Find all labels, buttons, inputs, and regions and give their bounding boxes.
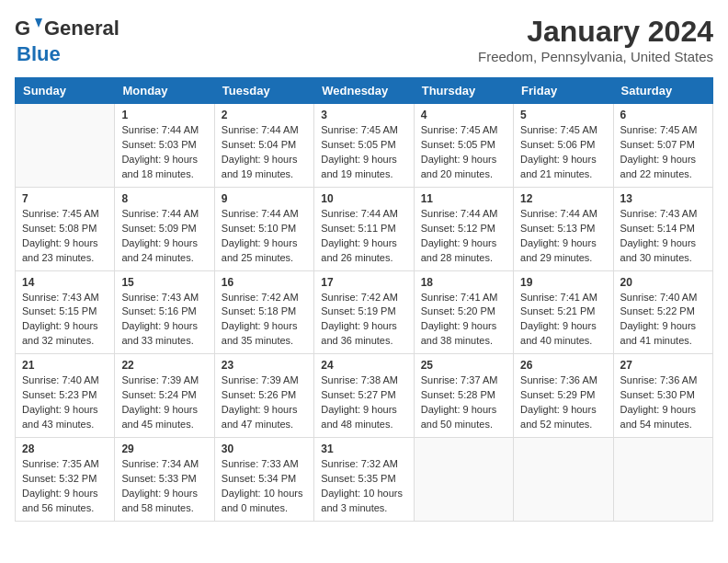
weekday-header: Monday: [115, 78, 214, 104]
calendar-cell: 13Sunrise: 7:43 AM Sunset: 5:14 PM Dayli…: [613, 187, 712, 270]
calendar-cell: 29Sunrise: 7:34 AM Sunset: 5:33 PM Dayli…: [115, 438, 214, 522]
day-info: Sunrise: 7:36 AM Sunset: 5:30 PM Dayligh…: [620, 373, 706, 432]
month-title: January 2024: [478, 15, 713, 49]
calendar-cell: 7Sunrise: 7:45 AM Sunset: 5:08 PM Daylig…: [16, 187, 115, 270]
day-info: Sunrise: 7:39 AM Sunset: 5:26 PM Dayligh…: [222, 373, 307, 432]
day-info: Sunrise: 7:43 AM Sunset: 5:16 PM Dayligh…: [121, 291, 207, 350]
calendar-cell: 20Sunrise: 7:40 AM Sunset: 5:22 PM Dayli…: [613, 270, 712, 354]
day-info: Sunrise: 7:33 AM Sunset: 5:34 PM Dayligh…: [222, 457, 307, 516]
calendar-week-row: 21Sunrise: 7:40 AM Sunset: 5:23 PM Dayli…: [16, 354, 713, 438]
day-number: 24: [321, 359, 406, 372]
calendar-cell: 16Sunrise: 7:42 AM Sunset: 5:18 PM Dayli…: [214, 270, 313, 354]
day-number: 31: [321, 442, 406, 455]
day-number: 29: [121, 442, 207, 455]
day-info: Sunrise: 7:40 AM Sunset: 5:22 PM Dayligh…: [620, 291, 706, 350]
day-info: Sunrise: 7:37 AM Sunset: 5:28 PM Dayligh…: [421, 373, 506, 432]
weekday-header: Sunday: [16, 78, 115, 104]
calendar-week-row: 7Sunrise: 7:45 AM Sunset: 5:08 PM Daylig…: [16, 187, 713, 270]
calendar-cell: 30Sunrise: 7:33 AM Sunset: 5:34 PM Dayli…: [214, 438, 313, 522]
day-info: Sunrise: 7:32 AM Sunset: 5:35 PM Dayligh…: [321, 457, 406, 516]
calendar-week-row: 14Sunrise: 7:43 AM Sunset: 5:15 PM Dayli…: [16, 270, 713, 354]
day-info: Sunrise: 7:35 AM Sunset: 5:32 PM Dayligh…: [22, 457, 108, 516]
svg-text:G: G: [15, 17, 30, 40]
day-info: Sunrise: 7:41 AM Sunset: 5:21 PM Dayligh…: [520, 291, 606, 350]
calendar-cell: 26Sunrise: 7:36 AM Sunset: 5:29 PM Dayli…: [514, 354, 613, 438]
day-number: 22: [121, 359, 207, 372]
day-info: Sunrise: 7:44 AM Sunset: 5:11 PM Dayligh…: [321, 207, 406, 266]
day-info: Sunrise: 7:42 AM Sunset: 5:18 PM Dayligh…: [222, 291, 307, 350]
day-number: 9: [222, 192, 307, 205]
day-info: Sunrise: 7:42 AM Sunset: 5:19 PM Dayligh…: [321, 291, 406, 350]
day-info: Sunrise: 7:38 AM Sunset: 5:27 PM Dayligh…: [321, 373, 406, 432]
calendar-cell: 18Sunrise: 7:41 AM Sunset: 5:20 PM Dayli…: [414, 270, 513, 354]
weekday-header: Wednesday: [314, 78, 414, 104]
day-number: 27: [620, 359, 706, 372]
calendar-cell: 19Sunrise: 7:41 AM Sunset: 5:21 PM Dayli…: [514, 270, 613, 354]
day-info: Sunrise: 7:36 AM Sunset: 5:29 PM Dayligh…: [520, 373, 606, 432]
calendar-cell: 28Sunrise: 7:35 AM Sunset: 5:32 PM Dayli…: [16, 438, 115, 522]
calendar-cell: [613, 438, 712, 522]
day-number: 5: [520, 109, 606, 121]
calendar-cell: 22Sunrise: 7:39 AM Sunset: 5:24 PM Dayli…: [115, 354, 214, 438]
calendar-cell: 6Sunrise: 7:45 AM Sunset: 5:07 PM Daylig…: [613, 104, 712, 188]
calendar-cell: 1Sunrise: 7:44 AM Sunset: 5:03 PM Daylig…: [115, 104, 214, 188]
day-info: Sunrise: 7:39 AM Sunset: 5:24 PM Dayligh…: [121, 373, 207, 432]
calendar-cell: 5Sunrise: 7:45 AM Sunset: 5:06 PM Daylig…: [514, 104, 613, 188]
logo-icon: G: [15, 15, 42, 42]
day-number: 18: [421, 276, 506, 289]
calendar-table: SundayMondayTuesdayWednesdayThursdayFrid…: [15, 77, 713, 522]
calendar-cell: 9Sunrise: 7:44 AM Sunset: 5:10 PM Daylig…: [214, 187, 313, 270]
weekday-header-row: SundayMondayTuesdayWednesdayThursdayFrid…: [16, 78, 713, 104]
day-info: Sunrise: 7:34 AM Sunset: 5:33 PM Dayligh…: [121, 457, 207, 516]
day-number: 30: [222, 442, 307, 455]
day-number: 10: [321, 192, 406, 205]
weekday-header: Tuesday: [214, 78, 313, 104]
svg-marker-1: [35, 18, 42, 28]
day-info: Sunrise: 7:44 AM Sunset: 5:10 PM Dayligh…: [222, 207, 307, 266]
calendar-cell: [414, 438, 513, 522]
day-number: 4: [421, 109, 506, 121]
day-number: 21: [22, 359, 108, 372]
day-number: 26: [520, 359, 606, 372]
calendar-cell: 15Sunrise: 7:43 AM Sunset: 5:16 PM Dayli…: [115, 270, 214, 354]
day-number: 15: [121, 276, 207, 289]
weekday-header: Saturday: [613, 78, 712, 104]
day-info: Sunrise: 7:45 AM Sunset: 5:05 PM Dayligh…: [321, 123, 406, 182]
calendar-cell: 8Sunrise: 7:44 AM Sunset: 5:09 PM Daylig…: [115, 187, 214, 270]
calendar-cell: 27Sunrise: 7:36 AM Sunset: 5:30 PM Dayli…: [613, 354, 712, 438]
day-number: 1: [121, 109, 207, 121]
calendar-cell: 12Sunrise: 7:44 AM Sunset: 5:13 PM Dayli…: [514, 187, 613, 270]
logo-general: General: [44, 17, 119, 40]
day-info: Sunrise: 7:43 AM Sunset: 5:15 PM Dayligh…: [22, 291, 108, 350]
day-info: Sunrise: 7:45 AM Sunset: 5:07 PM Dayligh…: [620, 123, 706, 182]
calendar-cell: 14Sunrise: 7:43 AM Sunset: 5:15 PM Dayli…: [16, 270, 115, 354]
day-info: Sunrise: 7:45 AM Sunset: 5:05 PM Dayligh…: [421, 123, 506, 182]
calendar-week-row: 28Sunrise: 7:35 AM Sunset: 5:32 PM Dayli…: [16, 438, 713, 522]
day-number: 19: [520, 276, 606, 289]
day-number: 20: [620, 276, 706, 289]
day-info: Sunrise: 7:44 AM Sunset: 5:03 PM Dayligh…: [121, 123, 207, 182]
weekday-header: Friday: [514, 78, 613, 104]
calendar-cell: 4Sunrise: 7:45 AM Sunset: 5:05 PM Daylig…: [414, 104, 513, 188]
day-number: 3: [321, 109, 406, 121]
day-number: 11: [421, 192, 506, 205]
day-info: Sunrise: 7:45 AM Sunset: 5:08 PM Dayligh…: [22, 207, 108, 266]
day-info: Sunrise: 7:41 AM Sunset: 5:20 PM Dayligh…: [421, 291, 506, 350]
location-subtitle: Freedom, Pennsylvania, United States: [478, 49, 713, 64]
logo-blue: Blue: [17, 42, 61, 66]
day-info: Sunrise: 7:44 AM Sunset: 5:12 PM Dayligh…: [421, 207, 506, 266]
calendar-cell: 31Sunrise: 7:32 AM Sunset: 5:35 PM Dayli…: [314, 438, 414, 522]
day-number: 13: [620, 192, 706, 205]
calendar-cell: 10Sunrise: 7:44 AM Sunset: 5:11 PM Dayli…: [314, 187, 414, 270]
day-info: Sunrise: 7:44 AM Sunset: 5:09 PM Dayligh…: [121, 207, 207, 266]
calendar-cell: 25Sunrise: 7:37 AM Sunset: 5:28 PM Dayli…: [414, 354, 513, 438]
day-number: 2: [222, 109, 307, 121]
day-info: Sunrise: 7:44 AM Sunset: 5:13 PM Dayligh…: [520, 207, 606, 266]
logo: G General Blue: [15, 15, 119, 66]
calendar-cell: [16, 104, 115, 188]
day-number: 25: [421, 359, 506, 372]
day-number: 14: [22, 276, 108, 289]
title-block: January 2024 Freedom, Pennsylvania, Unit…: [478, 15, 713, 64]
day-number: 17: [321, 276, 406, 289]
calendar-week-row: 1Sunrise: 7:44 AM Sunset: 5:03 PM Daylig…: [16, 104, 713, 188]
